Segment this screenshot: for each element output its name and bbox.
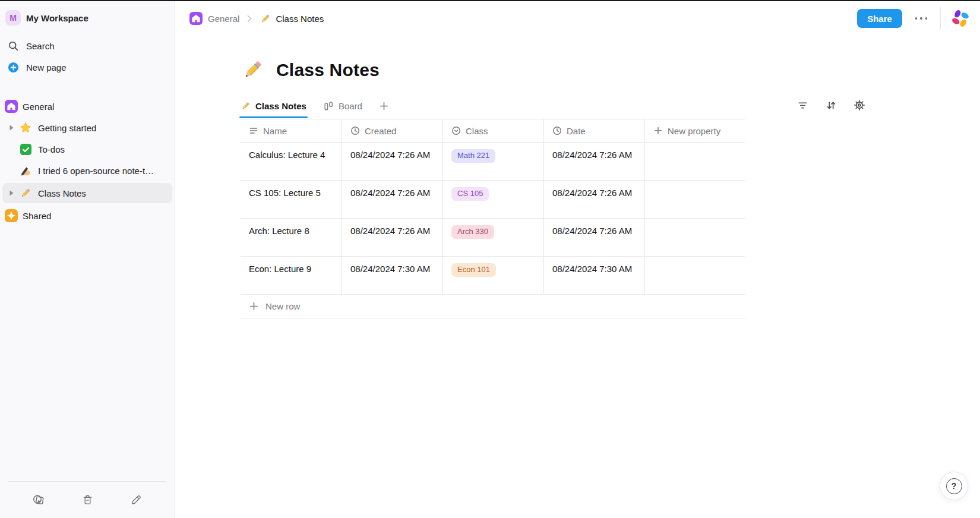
star-icon <box>5 209 18 222</box>
affine-logo[interactable] <box>950 8 970 29</box>
cell-new-property[interactable] <box>644 219 745 256</box>
class-tag[interactable]: Arch 330 <box>451 225 494 239</box>
table-row[interactable]: Econ: Lecture 9 08/24/2024 7:30 AM Econ … <box>241 257 745 295</box>
table-header-row: Name Created Class <box>241 119 745 143</box>
breadcrumb: General Class Notes <box>189 12 324 25</box>
class-tag[interactable]: Math 221 <box>451 149 495 163</box>
workspace-name: My Workspace <box>26 13 88 23</box>
page-title-row: Class Notes <box>241 58 867 82</box>
search-icon <box>5 40 21 52</box>
table-row[interactable]: Calculus: Lecture 4 08/24/2024 7:26 AM M… <box>241 143 745 181</box>
cell-new-property[interactable] <box>644 257 745 294</box>
sidebar-item-label: General <box>23 102 54 112</box>
cell-date[interactable]: 08/24/2024 7:30 AM <box>543 257 644 294</box>
new-page-label: New page <box>26 62 67 72</box>
more-menu-button[interactable] <box>912 14 931 23</box>
trash-icon[interactable] <box>78 490 97 509</box>
tab-class-notes[interactable]: Class Notes <box>241 96 306 115</box>
new-page-plus-icon <box>5 62 21 73</box>
share-button[interactable]: Share <box>857 9 902 28</box>
cell-date[interactable]: 08/24/2024 7:26 AM <box>543 219 644 256</box>
column-header-name[interactable]: Name <box>241 119 342 142</box>
cell-class[interactable]: Math 221 <box>442 143 543 180</box>
table-row[interactable]: CS 105: Lecture 5 08/24/2024 7:26 AM CS … <box>241 181 745 219</box>
journals-icon[interactable] <box>29 490 48 509</box>
column-header-created[interactable]: Created <box>342 119 442 142</box>
workspace-switcher[interactable]: M My Workspace <box>2 8 172 27</box>
table-row[interactable]: Arch: Lecture 8 08/24/2024 7:26 AM Arch … <box>241 219 745 257</box>
main-area: General Class Notes Share <box>175 1 980 518</box>
add-view-button[interactable] <box>379 101 389 111</box>
home-icon <box>5 100 18 113</box>
table-body: Calculus: Lecture 4 08/24/2024 7:26 AM M… <box>241 143 745 295</box>
help-button[interactable]: ? <box>940 472 968 500</box>
sidebar-item-label: Class Notes <box>38 188 86 198</box>
cell-created[interactable]: 08/24/2024 7:26 AM <box>342 181 442 218</box>
cell-name[interactable]: Arch: Lecture 8 <box>241 219 342 256</box>
sidebar-item-getting-started[interactable]: Getting started <box>2 119 172 137</box>
cell-class[interactable]: Arch 330 <box>442 219 543 256</box>
sidebar: M My Workspace Search New page <box>0 1 175 518</box>
settings-gear-icon[interactable] <box>852 97 867 113</box>
sidebar-item-note-apps-doc[interactable]: I tried 6 open-source note-t… <box>2 162 172 179</box>
sidebar-item-general[interactable]: General <box>2 97 172 115</box>
cell-new-property[interactable] <box>644 143 745 180</box>
glowing-star-icon <box>18 122 33 134</box>
cell-created[interactable]: 08/24/2024 7:26 AM <box>342 143 442 180</box>
tab-board[interactable]: Board <box>323 96 362 115</box>
chevron-right-icon[interactable] <box>5 125 18 131</box>
page-title[interactable]: Class Notes <box>276 60 380 80</box>
sidebar-item-search[interactable]: Search <box>2 37 172 55</box>
main-header: General Class Notes Share <box>175 1 980 36</box>
sidebar-item-label: Getting started <box>38 123 96 133</box>
pencil-emoji-icon <box>260 13 271 24</box>
edit-pencil-icon[interactable] <box>127 490 146 509</box>
breadcrumb-current[interactable]: Class Notes <box>260 13 324 24</box>
pencil-emoji-icon <box>18 187 33 199</box>
writing-hand-icon <box>18 165 33 176</box>
cell-name[interactable]: Calculus: Lecture 4 <box>241 143 342 180</box>
sidebar-item-shared[interactable]: Shared <box>2 207 172 225</box>
check-mark-icon <box>18 144 33 155</box>
class-tag[interactable]: Econ 101 <box>451 263 496 277</box>
cell-class[interactable]: Econ 101 <box>442 257 543 294</box>
column-header-class[interactable]: Class <box>442 119 543 142</box>
cell-date[interactable]: 08/24/2024 7:26 AM <box>543 181 644 218</box>
chevron-right-icon[interactable] <box>5 190 18 196</box>
cell-new-property[interactable] <box>644 181 745 218</box>
pencil-emoji-icon <box>241 101 251 111</box>
cell-created[interactable]: 08/24/2024 7:26 AM <box>342 219 442 256</box>
sort-icon[interactable] <box>823 97 839 113</box>
cell-name[interactable]: Econ: Lecture 9 <box>241 257 342 294</box>
board-icon <box>323 100 334 111</box>
plus-icon <box>249 301 259 311</box>
question-mark-icon: ? <box>946 478 962 494</box>
breadcrumb-root[interactable]: General <box>208 14 239 24</box>
new-property-button[interactable]: New property <box>644 119 745 142</box>
clock-icon <box>350 126 360 135</box>
sidebar-item-class-notes[interactable]: Class Notes <box>2 183 172 203</box>
cell-created[interactable]: 08/24/2024 7:30 AM <box>342 257 442 294</box>
cell-class[interactable]: CS 105 <box>442 181 543 218</box>
filter-icon[interactable] <box>795 97 810 113</box>
sidebar-item-new-page[interactable]: New page <box>2 58 172 76</box>
plus-icon <box>653 126 663 135</box>
cell-date[interactable]: 08/24/2024 7:26 AM <box>543 143 644 180</box>
header-divider <box>940 7 941 30</box>
sidebar-item-todos[interactable]: To-dos <box>2 140 172 158</box>
home-icon[interactable] <box>189 12 203 25</box>
column-header-date[interactable]: Date <box>543 119 644 142</box>
search-label: Search <box>26 41 55 51</box>
text-icon <box>249 126 258 135</box>
sidebar-item-label: I tried 6 open-source note-t… <box>38 166 154 176</box>
sidebar-item-label: To-dos <box>38 144 65 154</box>
class-tag[interactable]: CS 105 <box>451 187 489 201</box>
clock-icon <box>552 126 562 135</box>
view-tabs: Class Notes Board <box>241 96 867 115</box>
new-row-button[interactable]: New row <box>241 295 745 318</box>
sidebar-item-label: Shared <box>23 211 51 221</box>
workspace-avatar: M <box>5 10 21 26</box>
sidebar-footer <box>0 481 175 518</box>
three-dots-icon <box>915 17 927 19</box>
cell-name[interactable]: CS 105: Lecture 5 <box>241 181 342 218</box>
